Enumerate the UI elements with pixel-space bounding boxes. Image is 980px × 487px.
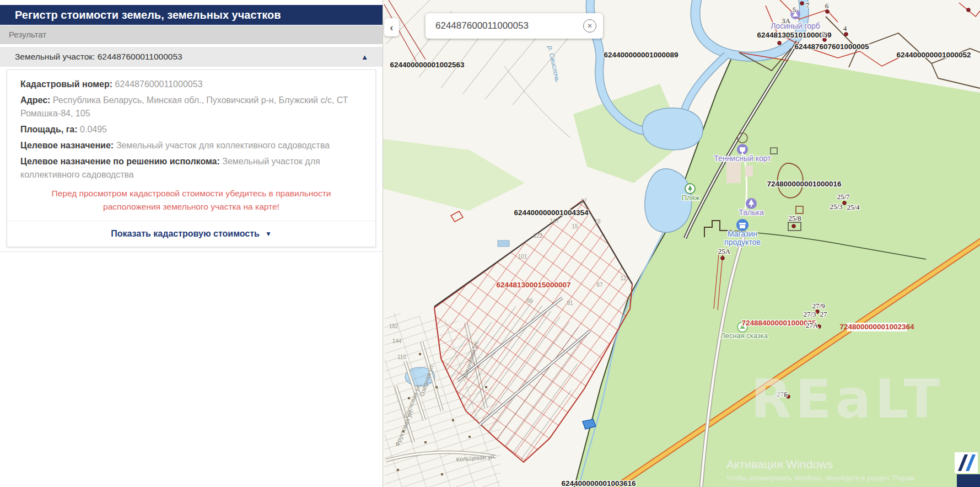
plot-number: 25А [718,247,731,255]
button-label: Показать кадастровую стоимость [111,229,260,239]
parcel-details-card: Кадастровый номер: 624487600011000053 Ад… [7,69,376,247]
result-title: Земельный участок: 624487600011000053 [0,52,182,62]
divider [0,251,383,252]
windows-activation-subtitle: Чтобы активировать Windows, перейдите в … [726,474,915,482]
parcel-number: 182 [389,323,399,329]
result-accordion-header[interactable]: Земельный участок: 624487600011000053 ▲ [0,47,383,67]
place-label: Лесная сказка [720,331,768,340]
plot-number: 27А [806,321,819,329]
plot-number: 25/7 [837,192,850,201]
panel-collapse-button[interactable]: ‹ [384,18,399,36]
cadastral-label-red: 724884000001000025 [741,319,816,327]
page-title: Регистр стоимости земель, земельных учас… [0,5,383,25]
cadastral-label: 624400000001004354 [514,208,589,217]
place-label: Талька [739,208,764,217]
clear-search-icon[interactable]: ✕ [583,19,596,33]
field-value: 624487600011000053 [115,79,203,89]
purpose-field: Целевое назначение: Земельный участок дл… [20,139,362,152]
talka-tree-icon[interactable] [746,198,757,209]
beach-icon[interactable] [685,184,695,194]
plot-number: 27/9 [812,302,825,310]
plot-number: 27/3 [803,310,816,318]
app-window: 624400000001002563 624400000001000089 62… [0,0,980,487]
cadastral-number-field: Кадастровый номер: 624487600011000053 [20,78,362,91]
field-value: Республика Беларусь, Минская обл., Пухов… [20,95,348,118]
plot-number: 2 [822,30,826,38]
location-warning: Перед просмотром кадастровой стоимости у… [35,187,348,213]
plot-number: 6 [825,2,829,10]
cadastral-label: 624400000001000052 [896,51,971,59]
cadastral-label: 624400000001002563 [390,61,465,69]
tennis-court-icon[interactable] [737,144,748,155]
results-panel: Регистр стоимости земель, земельных учас… [0,0,383,487]
parcel-number: 147 [550,218,559,224]
field-label: Целевое назначение: [20,141,114,150]
parcel-number: 17 [580,198,587,204]
parcel-number: 144 [392,338,402,344]
search-input[interactable] [426,20,583,31]
plot-number: 25/3 [830,202,842,211]
cadastral-label: 624400000001003616 [561,479,636,487]
show-cadastral-value-button[interactable]: Показать кадастровую стоимость ▼ [20,221,362,247]
x-icon: ✕ [587,22,593,30]
parcel-number: 18 [594,218,601,224]
windows-activation-title: Активация Windows [726,458,833,470]
parcel-number: 110 [397,354,406,360]
plot-number: 3А [782,17,791,25]
chevron-down-icon: ▼ [265,230,272,238]
parcel-number: 67 [596,282,603,288]
field-value: Земельный участок для коллективного садо… [116,141,330,150]
parcel-number: 122 [534,233,543,239]
parcel-number: 91 [567,300,573,306]
field-label: Кадастровый номер: [20,79,112,89]
place-label: продуктов [724,238,761,247]
nca-logo [955,452,980,487]
place-label: Лосиный горб [771,22,820,30]
parcel-number: 12 [620,275,627,281]
cadastral-label-red: 624481300015000007 [496,281,570,289]
field-label: Площадь, га: [20,125,78,134]
plot-number: 27 [820,310,828,318]
cadastral-label: 724800000001000016 [767,180,842,188]
purpose-decision-field: Целевое назначение по решению исполкома:… [20,155,362,181]
parcel-number: 86 [526,298,533,304]
place-label: Магазин [728,229,757,238]
place-label: Теннисный корт [714,154,771,163]
plot-number: 4 [843,24,847,33]
parcel-number: 15 [572,223,578,229]
field-value: 0.0495 [80,125,107,134]
realt-watermark: REaLT [751,368,944,430]
area-field: Площадь, га: 0.0495 [20,123,362,136]
address-field: Адрес: Республика Беларусь, Минская обл.… [20,94,362,120]
plot-number: 5 [793,6,796,14]
chevron-left-icon: ‹ [390,22,393,34]
collapse-arrow-icon[interactable]: ▲ [361,53,368,61]
field-label: Адрес: [20,95,50,105]
cadastral-label: 624400000001000089 [604,51,678,59]
place-label: Пляж [682,194,700,202]
cadastral-label-red: 724800000001002364 [839,323,914,331]
plot-number: 7 [806,1,810,9]
field-label: Целевое назначение по решению исполкома: [20,157,220,166]
map-search-bar: ✕ [426,13,603,39]
cadastral-label: 624481305101000069 [757,31,831,39]
plot-number: 25/8 [788,214,801,222]
parcel-number: 101 [518,254,527,260]
result-section-label: Результат [0,25,383,44]
cadastral-label: 624487607601000005 [794,42,869,51]
plot-number: 25/4 [847,203,860,211]
